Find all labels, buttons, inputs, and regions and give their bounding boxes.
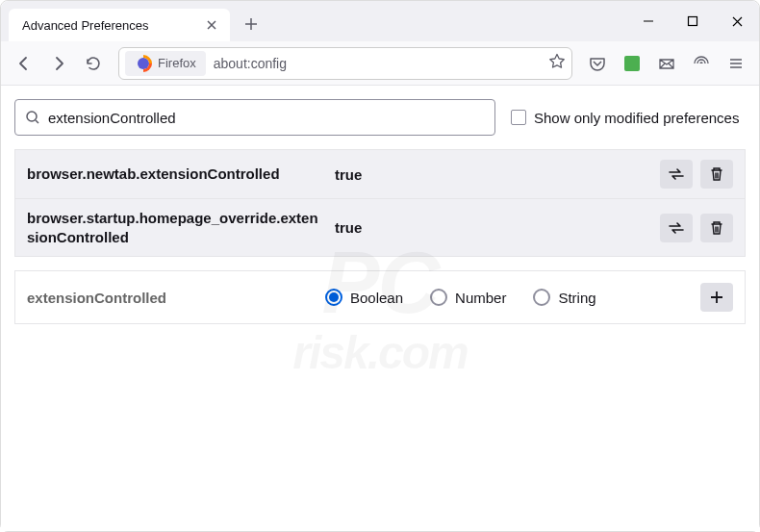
radio-icon	[533, 289, 550, 306]
pref-row[interactable]: browser.startup.homepage_override.extens…	[15, 199, 745, 256]
search-input[interactable]	[48, 110, 485, 126]
back-button[interactable]	[9, 48, 39, 79]
radio-label: Number	[455, 290, 506, 306]
pref-row[interactable]: browser.newtab.extensionControlled true	[15, 150, 745, 199]
pocket-button[interactable]	[582, 48, 613, 79]
identity-box[interactable]: Firefox	[125, 51, 206, 76]
type-radio-group: Boolean Number String	[325, 289, 700, 306]
radio-string[interactable]: String	[533, 289, 595, 306]
toggle-button[interactable]	[660, 160, 693, 189]
window-controls	[626, 1, 759, 41]
forward-button[interactable]	[43, 48, 74, 79]
show-modified-checkbox[interactable]: Show only modified preferences	[511, 110, 739, 126]
mail-icon[interactable]	[651, 48, 682, 79]
extension-icon[interactable]	[617, 48, 647, 79]
toggle-button[interactable]	[660, 214, 693, 242]
menu-button[interactable]	[721, 48, 751, 79]
delete-button[interactable]	[700, 160, 733, 189]
page-content: PCrisk.com Show only modified preference…	[1, 86, 759, 531]
url-bar[interactable]: Firefox about:config	[118, 47, 572, 80]
new-tab-button[interactable]	[238, 11, 265, 38]
pref-name: browser.newtab.extensionControlled	[27, 165, 335, 184]
shield-icon[interactable]	[686, 48, 717, 79]
bookmark-star-icon[interactable]	[548, 53, 566, 74]
pref-value: true	[335, 219, 660, 236]
pref-name: browser.startup.homepage_override.extens…	[27, 209, 335, 246]
svg-rect-0	[689, 17, 697, 26]
reload-button[interactable]	[78, 48, 109, 79]
identity-label: Firefox	[158, 56, 196, 70]
radio-label: String	[558, 290, 595, 306]
search-icon	[25, 110, 40, 125]
browser-window: Advanced Preferences	[0, 0, 760, 532]
radio-icon	[430, 289, 447, 306]
toolbar: Firefox about:config	[1, 41, 759, 86]
radio-number[interactable]: Number	[430, 289, 506, 306]
search-box[interactable]	[14, 99, 495, 136]
add-button[interactable]	[700, 283, 733, 312]
maximize-button[interactable]	[671, 1, 715, 41]
firefox-icon	[135, 55, 152, 72]
radio-boolean[interactable]: Boolean	[325, 289, 403, 306]
checkbox-icon	[511, 110, 526, 125]
close-button[interactable]	[715, 1, 759, 41]
new-pref-name: extensionControlled	[27, 290, 325, 306]
radio-label: Boolean	[350, 290, 403, 306]
tab-title: Advanced Preferences	[22, 18, 203, 33]
radio-icon	[325, 289, 342, 306]
new-pref-row: extensionControlled Boolean Number Strin…	[14, 270, 746, 324]
minimize-button[interactable]	[626, 1, 671, 41]
tab-active[interactable]: Advanced Preferences	[9, 9, 230, 41]
close-icon[interactable]	[203, 16, 220, 34]
titlebar: Advanced Preferences	[1, 1, 759, 41]
delete-button[interactable]	[700, 214, 733, 242]
pref-value: true	[335, 166, 660, 183]
url-text: about:config	[214, 56, 287, 71]
prefs-table: browser.newtab.extensionControlled true …	[14, 149, 746, 257]
svg-point-1	[27, 112, 37, 121]
show-modified-label: Show only modified preferences	[534, 110, 739, 126]
